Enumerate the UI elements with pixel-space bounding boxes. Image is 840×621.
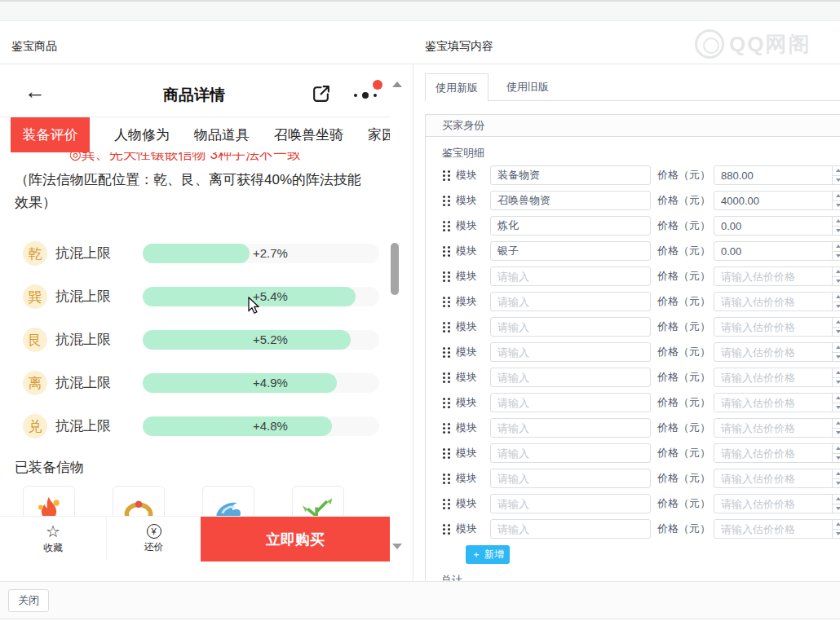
share-icon[interactable] bbox=[311, 84, 331, 104]
module-input[interactable] bbox=[490, 216, 651, 236]
price-input[interactable] bbox=[714, 216, 840, 236]
version-tab[interactable]: 使用旧版 bbox=[497, 73, 559, 101]
number-stepper[interactable] bbox=[832, 166, 840, 184]
stepper-down-icon[interactable] bbox=[833, 277, 840, 286]
more-menu-icon[interactable] bbox=[354, 91, 377, 99]
category-tab[interactable]: 家园养 bbox=[368, 126, 390, 144]
module-input[interactable] bbox=[490, 418, 651, 438]
stepper-down-icon[interactable] bbox=[833, 252, 840, 261]
stepper-down-icon[interactable] bbox=[833, 378, 840, 387]
stepper-up-icon[interactable] bbox=[833, 318, 840, 328]
stepper-down-icon[interactable] bbox=[833, 227, 840, 236]
drag-handle-icon[interactable] bbox=[442, 372, 452, 383]
drag-handle-icon[interactable] bbox=[442, 397, 452, 408]
bargain-button[interactable]: ¥ 还价 bbox=[107, 517, 201, 561]
price-input[interactable] bbox=[714, 418, 840, 438]
number-stepper[interactable] bbox=[832, 495, 840, 513]
scroll-up-arrow[interactable] bbox=[392, 81, 402, 87]
price-input[interactable] bbox=[714, 469, 840, 488]
scroll-down-arrow[interactable] bbox=[392, 544, 402, 549]
drag-handle-icon[interactable] bbox=[442, 170, 452, 181]
price-input[interactable] bbox=[714, 494, 840, 513]
number-stepper[interactable] bbox=[832, 217, 840, 235]
stepper-up-icon[interactable] bbox=[833, 267, 840, 277]
price-input[interactable] bbox=[714, 317, 840, 337]
price-input[interactable] bbox=[714, 266, 840, 286]
stepper-down-icon[interactable] bbox=[833, 176, 840, 185]
price-input[interactable] bbox=[714, 165, 840, 185]
number-stepper[interactable] bbox=[832, 520, 840, 538]
drag-handle-icon[interactable] bbox=[442, 245, 452, 257]
module-input[interactable] bbox=[490, 519, 651, 539]
drag-handle-icon[interactable] bbox=[442, 447, 452, 459]
close-button[interactable]: 关闭 bbox=[8, 589, 49, 612]
stepper-up-icon[interactable] bbox=[833, 469, 840, 479]
module-input[interactable] bbox=[490, 469, 651, 488]
number-stepper[interactable] bbox=[832, 318, 840, 336]
number-stepper[interactable] bbox=[832, 192, 840, 209]
module-input[interactable] bbox=[490, 191, 651, 210]
drag-handle-icon[interactable] bbox=[442, 321, 452, 333]
module-input[interactable] bbox=[490, 393, 651, 412]
module-input[interactable] bbox=[490, 292, 651, 311]
module-input[interactable] bbox=[490, 317, 651, 337]
stepper-up-icon[interactable] bbox=[833, 419, 840, 429]
number-stepper[interactable] bbox=[832, 394, 840, 412]
module-input[interactable] bbox=[490, 342, 651, 362]
stepper-down-icon[interactable] bbox=[833, 504, 840, 513]
module-input[interactable] bbox=[490, 368, 651, 387]
number-stepper[interactable] bbox=[832, 469, 840, 487]
module-input[interactable] bbox=[490, 165, 651, 185]
stepper-up-icon[interactable] bbox=[833, 192, 840, 201]
drag-handle-icon[interactable] bbox=[442, 346, 452, 358]
stepper-down-icon[interactable] bbox=[833, 479, 840, 488]
number-stepper[interactable] bbox=[832, 293, 840, 310]
module-input[interactable] bbox=[490, 241, 651, 261]
module-input[interactable] bbox=[490, 443, 651, 463]
stepper-down-icon[interactable] bbox=[833, 429, 840, 438]
stepper-down-icon[interactable] bbox=[833, 454, 840, 463]
drag-handle-icon[interactable] bbox=[442, 498, 452, 509]
price-input[interactable] bbox=[714, 443, 840, 463]
stepper-up-icon[interactable] bbox=[833, 166, 840, 176]
number-stepper[interactable] bbox=[832, 267, 840, 285]
category-tab[interactable]: 召唤兽坐骑 bbox=[274, 126, 343, 144]
stepper-up-icon[interactable] bbox=[833, 293, 840, 302]
number-stepper[interactable] bbox=[832, 242, 840, 260]
favorite-button[interactable]: ☆ 收藏 bbox=[0, 517, 107, 561]
drag-handle-icon[interactable] bbox=[442, 271, 452, 282]
buyer-section-header[interactable]: 买家身份 bbox=[426, 114, 840, 137]
stepper-down-icon[interactable] bbox=[833, 328, 840, 337]
drag-handle-icon[interactable] bbox=[442, 296, 452, 307]
stepper-up-icon[interactable] bbox=[833, 520, 840, 530]
number-stepper[interactable] bbox=[832, 419, 840, 437]
stepper-down-icon[interactable] bbox=[833, 353, 840, 362]
price-input[interactable] bbox=[714, 393, 840, 412]
stepper-up-icon[interactable] bbox=[833, 444, 840, 454]
number-stepper[interactable] bbox=[832, 343, 840, 361]
stepper-down-icon[interactable] bbox=[833, 302, 840, 311]
price-input[interactable] bbox=[714, 342, 840, 362]
drag-handle-icon[interactable] bbox=[442, 523, 452, 535]
category-tab[interactable]: 物品道具 bbox=[194, 126, 250, 144]
scrollbar-thumb[interactable] bbox=[391, 243, 399, 295]
price-input[interactable] bbox=[714, 241, 840, 261]
category-tab[interactable]: 装备评价 bbox=[11, 117, 90, 153]
price-input[interactable] bbox=[714, 368, 840, 387]
drag-handle-icon[interactable] bbox=[442, 473, 452, 484]
drag-handle-icon[interactable] bbox=[442, 220, 452, 231]
drag-handle-icon[interactable] bbox=[442, 195, 452, 206]
stepper-down-icon[interactable] bbox=[833, 403, 840, 412]
stepper-up-icon[interactable] bbox=[833, 343, 840, 353]
number-stepper[interactable] bbox=[832, 368, 840, 386]
stepper-up-icon[interactable] bbox=[833, 368, 840, 378]
price-input[interactable] bbox=[714, 292, 840, 311]
stepper-up-icon[interactable] bbox=[833, 495, 840, 504]
add-row-button[interactable]: ＋ 新增 bbox=[466, 545, 510, 564]
module-input[interactable] bbox=[490, 494, 651, 513]
drag-handle-icon[interactable] bbox=[442, 422, 452, 434]
stepper-down-icon[interactable] bbox=[833, 201, 840, 210]
stepper-down-icon[interactable] bbox=[833, 530, 840, 539]
stepper-up-icon[interactable] bbox=[833, 242, 840, 252]
version-tab[interactable]: 使用新版 bbox=[425, 73, 489, 102]
